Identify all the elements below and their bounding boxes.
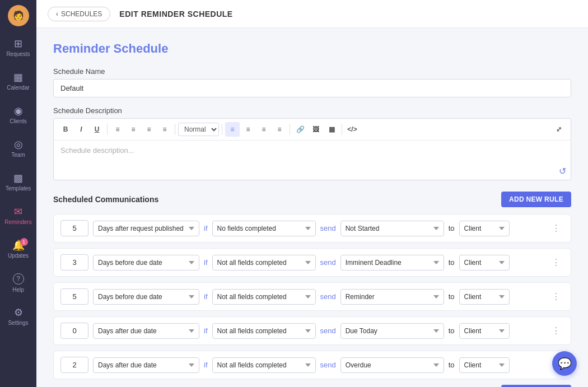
- schedule-description-label: Schedule Description: [53, 106, 571, 115]
- sidebar-item-reminders[interactable]: ✉ Reminders: [0, 199, 36, 232]
- rule-if-label-1: if: [204, 224, 208, 232]
- list-bullet-button[interactable]: ≡: [126, 122, 141, 137]
- rule-condition-select-5[interactable]: No fields completedNot all fields comple…: [212, 357, 316, 373]
- scheduled-communications-header: Scheduled Communications ADD NEW RULE: [53, 192, 571, 207]
- rule-when-select-4[interactable]: Days after request publishedDays before …: [93, 323, 199, 339]
- sidebar-item-settings[interactable]: ⚙ Settings: [0, 300, 36, 333]
- rule-menu-button-1[interactable]: ⋮: [548, 221, 564, 236]
- sidebar-label-calendar: Calendar: [7, 85, 30, 91]
- align-justify-button[interactable]: ≡: [272, 122, 287, 137]
- rule-template-select-1[interactable]: Not StartedImminent DeadlineReminderDue …: [340, 221, 444, 236]
- rule-when-select-2[interactable]: Days after request publishedDays before …: [93, 255, 199, 271]
- toolbar-divider-4: [290, 124, 290, 135]
- code-button[interactable]: </>: [345, 122, 360, 137]
- back-label: SCHEDULES: [61, 10, 102, 18]
- editor-body[interactable]: Schedule description... ↺: [54, 141, 571, 180]
- rule-recipient-select-3[interactable]: ClientTeamBoth: [459, 289, 510, 305]
- image-button[interactable]: 🖼: [309, 122, 323, 137]
- rule-num-input-5[interactable]: [60, 357, 88, 373]
- rule-menu-button-3[interactable]: ⋮: [548, 289, 564, 305]
- rule-template-select-2[interactable]: Not StartedImminent DeadlineReminderDue …: [340, 255, 444, 271]
- rule-num-input-4[interactable]: [60, 323, 88, 339]
- back-button[interactable]: ‹ SCHEDULES: [48, 7, 110, 21]
- list-ordered-button[interactable]: ≡: [110, 122, 125, 137]
- indent-left-button[interactable]: ≡: [142, 122, 156, 137]
- rule-send-label-5: send: [320, 361, 336, 369]
- rule-recipient-select-1[interactable]: ClientTeamBoth: [459, 221, 510, 236]
- link-button[interactable]: 🔗: [293, 122, 307, 137]
- rule-menu-button-2[interactable]: ⋮: [548, 255, 564, 271]
- sidebar-item-team[interactable]: ◎ Team: [0, 132, 36, 165]
- toolbar-divider-2: [175, 124, 175, 135]
- rule-template-select-5[interactable]: Not StartedImminent DeadlineReminderDue …: [340, 357, 444, 373]
- user-avatar-container: 🧑: [0, 0, 36, 31]
- help-icon: ?: [13, 273, 24, 285]
- add-new-rule-button-top[interactable]: ADD NEW RULE: [501, 192, 571, 207]
- rule-when-select-3[interactable]: Days after request publishedDays before …: [93, 289, 199, 305]
- sidebar-item-clients[interactable]: ◉ Clients: [0, 98, 36, 132]
- toolbar-divider-5: [342, 124, 342, 135]
- rule-send-label-1: send: [320, 224, 336, 232]
- align-right-button[interactable]: ≡: [256, 122, 271, 137]
- underline-button[interactable]: U: [90, 122, 104, 137]
- rule-if-label-2: if: [204, 258, 208, 267]
- toolbar-divider-3: [222, 124, 222, 135]
- sidebar-item-help[interactable]: ? Help: [0, 266, 36, 300]
- rule-when-select-5[interactable]: Days after request publishedDays before …: [93, 357, 199, 373]
- rule-template-select-4[interactable]: Not StartedImminent DeadlineReminderDue …: [340, 323, 444, 339]
- align-center-button[interactable]: ≡: [241, 122, 255, 137]
- sidebar-label-help: Help: [12, 287, 24, 293]
- sidebar-item-updates[interactable]: 🔔 1 Updates: [0, 232, 36, 266]
- format-select[interactable]: Normal: [178, 123, 219, 136]
- sidebar-item-requests[interactable]: ⊞ Requests: [0, 31, 36, 64]
- rule-row-3: Days after request publishedDays before …: [53, 282, 571, 311]
- editor-refresh-icon[interactable]: ↺: [559, 166, 566, 176]
- rule-condition-select-2[interactable]: No fields completedNot all fields comple…: [212, 255, 316, 271]
- rule-send-label-4: send: [320, 327, 336, 335]
- rule-send-label-3: send: [320, 292, 336, 301]
- rule-recipient-select-5[interactable]: ClientTeamBoth: [459, 357, 510, 373]
- rule-if-label-3: if: [204, 292, 208, 301]
- rule-send-label-2: send: [320, 258, 336, 267]
- table-button[interactable]: ▦: [324, 122, 339, 137]
- add-new-rule-button-events[interactable]: ADD NEW RULE: [501, 385, 571, 387]
- sidebar-label-requests: Requests: [6, 51, 30, 57]
- expand-button[interactable]: ⤢: [552, 122, 566, 137]
- indent-right-button[interactable]: ≡: [157, 122, 172, 137]
- rule-num-input-3[interactable]: [60, 288, 88, 305]
- updates-badge: 1: [20, 238, 28, 246]
- rule-to-label-1: to: [449, 224, 455, 232]
- rule-num-input-1[interactable]: [60, 220, 88, 236]
- italic-button[interactable]: I: [74, 122, 88, 137]
- sidebar: 🧑 ⊞ Requests ▦ Calendar ◉ Clients ◎ Team…: [0, 0, 36, 387]
- main-area: ‹ SCHEDULES EDIT REMINDER SCHEDULE Remin…: [36, 0, 588, 387]
- editor-placeholder: Schedule description...: [60, 146, 134, 155]
- updates-badge-wrap: 🔔 1: [12, 240, 25, 250]
- rule-menu-button-4[interactable]: ⋮: [548, 323, 564, 339]
- settings-icon: ⚙: [14, 307, 23, 318]
- rule-condition-select-3[interactable]: No fields completedNot all fields comple…: [212, 289, 316, 305]
- rule-template-select-3[interactable]: Not StartedImminent DeadlineReminderDue …: [340, 289, 444, 305]
- align-left-button[interactable]: ≡: [225, 122, 240, 137]
- rule-recipient-select-2[interactable]: ClientTeamBoth: [459, 255, 510, 271]
- back-chevron-icon: ‹: [56, 10, 58, 18]
- topbar: ‹ SCHEDULES EDIT REMINDER SCHEDULE: [36, 0, 588, 28]
- schedule-name-input[interactable]: [53, 79, 571, 97]
- rule-recipient-select-4[interactable]: ClientTeamBoth: [459, 323, 510, 339]
- chat-bubble[interactable]: 💬: [552, 351, 577, 376]
- templates-icon: ▩: [13, 173, 23, 183]
- rule-when-select-1[interactable]: Days after request publishedDays before …: [93, 221, 199, 236]
- rule-num-input-2[interactable]: [60, 254, 88, 271]
- rule-row-2: Days after request publishedDays before …: [53, 248, 571, 277]
- rule-row-5: Days after request publishedDays before …: [53, 351, 571, 379]
- topbar-title: EDIT REMINDER SCHEDULE: [119, 10, 232, 18]
- rule-if-label-4: if: [204, 327, 208, 335]
- bold-button[interactable]: B: [58, 122, 73, 137]
- toolbar-divider-1: [107, 124, 108, 135]
- calendar-icon: ▦: [13, 72, 23, 82]
- sidebar-item-templates[interactable]: ▩ Templates: [0, 165, 36, 199]
- rule-condition-select-4[interactable]: No fields completedNot all fields comple…: [212, 323, 316, 339]
- rule-condition-select-1[interactable]: No fields completedNot all fields comple…: [212, 221, 316, 236]
- sidebar-item-calendar[interactable]: ▦ Calendar: [0, 64, 36, 98]
- rule-if-label-5: if: [204, 361, 208, 369]
